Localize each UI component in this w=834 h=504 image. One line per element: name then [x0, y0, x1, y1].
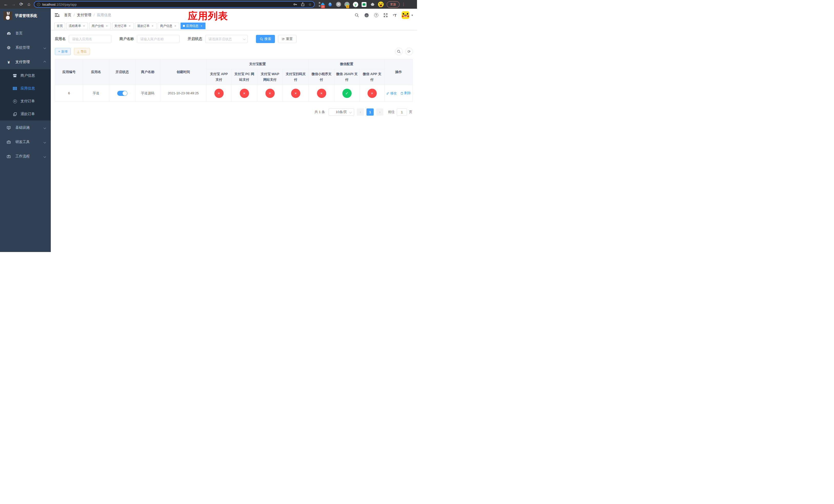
alipay-qr-status-icon: ×: [291, 89, 300, 98]
sidebar-item-home[interactable]: 首页: [0, 26, 51, 41]
sidebar-item-infrastructure[interactable]: 基础设施: [0, 120, 51, 135]
font-size-icon[interactable]: TT: [393, 13, 397, 18]
close-icon[interactable]: ×: [200, 23, 203, 29]
close-icon[interactable]: ×: [105, 23, 109, 29]
refresh-table-button[interactable]: ⟳: [405, 48, 413, 55]
avatar-caret-icon[interactable]: ▾: [411, 14, 413, 17]
cell-created: 2021-10-23 08:49:25: [160, 85, 206, 102]
tab-app-info[interactable]: 应用信息×: [180, 23, 205, 29]
browser-profile-avatar[interactable]: [378, 2, 384, 7]
sidebar-item-label: 工作流程: [15, 154, 30, 159]
chevron-up-icon: [44, 61, 46, 63]
sidebar-item-label: 基础设施: [15, 125, 30, 130]
goto-label: 前往: [388, 110, 395, 114]
chrome-update-button[interactable]: 更新: [387, 1, 399, 8]
chevron-down-icon: [44, 141, 46, 143]
extension-blue-diamond-icon[interactable]: 10: [319, 2, 324, 7]
add-button[interactable]: + 新增: [55, 48, 71, 55]
tab-refund-orders[interactable]: 退款订单×: [135, 23, 156, 29]
sidebar-item-refund-orders[interactable]: 退款订单: [0, 108, 51, 120]
extension-command-icon[interactable]: ⌘: [336, 2, 341, 7]
prev-page-button[interactable]: ‹: [357, 109, 364, 116]
close-icon[interactable]: ×: [82, 23, 86, 29]
plus-icon: +: [58, 50, 60, 53]
page-size-select[interactable]: 10条/页: [329, 109, 354, 116]
app-name-input[interactable]: [69, 35, 111, 43]
tab-home[interactable]: 首页: [54, 23, 65, 29]
search-button[interactable]: 搜索: [256, 35, 275, 43]
edit-link[interactable]: 修改: [386, 91, 397, 96]
sidebar-item-payment[interactable]: ¥ 支付管理: [0, 55, 51, 69]
header-search-icon[interactable]: [355, 13, 359, 18]
app-name-label: 应用名: [55, 37, 66, 41]
tab-merchant-info[interactable]: 商户信息×: [158, 23, 179, 29]
browser-reload-button[interactable]: ⟳: [18, 0, 25, 9]
chevron-down-icon: [44, 46, 46, 49]
extension-gem-icon[interactable]: [327, 2, 333, 7]
tab-user-group[interactable]: 用户分组×: [89, 23, 111, 29]
chevron-down-icon: [44, 155, 46, 158]
sidebar-item-label: 支付订单: [21, 99, 35, 104]
address-bar[interactable]: i localhost:1024/pay/app ☆: [34, 1, 315, 8]
delete-link[interactable]: 删除: [400, 91, 411, 95]
browser-menu-icon[interactable]: ⋮: [402, 2, 405, 7]
close-icon[interactable]: ×: [128, 23, 131, 29]
share-icon[interactable]: [301, 2, 305, 6]
browser-toolbar: ← → ⟳ ⌂ i localhost:1024/pay/app ☆ 10: [0, 0, 417, 9]
sidebar-item-pay-orders[interactable]: ¥ 支付订单: [0, 95, 51, 108]
browser-back-button[interactable]: ←: [2, 0, 10, 9]
sidebar-item-dev-tools[interactable]: 研发工具: [0, 135, 51, 149]
extension-y-icon[interactable]: y: [353, 2, 358, 7]
documents-icon: [12, 112, 18, 116]
extensions-puzzle-icon[interactable]: [370, 2, 375, 7]
sidebar-item-merchant-info[interactable]: 商户信息: [0, 69, 51, 82]
goto-page-input[interactable]: [397, 109, 407, 116]
breadcrumb-home[interactable]: 首页: [64, 13, 71, 18]
col-operations: 操作: [385, 59, 413, 85]
tab-process-form[interactable]: 流程表单×: [66, 23, 88, 29]
export-button[interactable]: ↓ 导出: [74, 48, 90, 55]
wx-jsapi-status-icon: ✓: [343, 89, 352, 98]
browser-forward-button[interactable]: →: [10, 0, 18, 9]
password-key-icon[interactable]: [293, 2, 297, 6]
cell-app-id: 6: [55, 85, 83, 102]
sidebar-item-system[interactable]: 系统管理: [0, 41, 51, 55]
app-logo-row[interactable]: 芋道管理系统: [0, 9, 51, 23]
toggle-search-button[interactable]: [395, 48, 403, 55]
reset-button[interactable]: ⟳ 重置: [278, 35, 297, 43]
pagination: 共 1 条 10条/页 ‹ 1 › 前往 页: [55, 109, 413, 116]
fullscreen-icon[interactable]: [383, 13, 388, 18]
close-icon[interactable]: ×: [151, 23, 154, 29]
url-text: localhost:1024/pay/app: [42, 3, 77, 6]
close-icon[interactable]: ×: [174, 23, 177, 29]
sidebar-collapse-icon[interactable]: [55, 13, 60, 17]
grid-icon: [12, 87, 18, 90]
page-1-button[interactable]: 1: [367, 109, 374, 116]
sidebar-item-app-info[interactable]: 应用信息: [0, 82, 51, 95]
col-alipay-pc: 支付宝 PC 网站支付: [232, 69, 257, 85]
monitor-icon: [6, 126, 12, 130]
extension-recorder-icon[interactable]: 1: [344, 2, 350, 7]
status-toggle[interactable]: [117, 91, 128, 96]
user-avatar[interactable]: [402, 11, 409, 19]
extensions-strip: 10 ⌘ 1 y: [319, 2, 384, 7]
browser-home-button[interactable]: ⌂: [25, 0, 33, 9]
app-title: 芋道管理系统: [15, 13, 37, 18]
breadcrumb-payment[interactable]: 支付管理: [77, 13, 91, 18]
next-page-button[interactable]: ›: [376, 109, 383, 116]
breadcrumb-app-info: 应用信息: [97, 13, 111, 18]
sidebar-item-workflow[interactable]: 工作流程: [0, 149, 51, 164]
gear-icon: [6, 46, 12, 50]
status-select[interactable]: [205, 35, 248, 43]
bookmark-star-icon[interactable]: ☆: [308, 2, 312, 6]
site-info-icon[interactable]: i: [37, 3, 40, 6]
total-count: 共 1 条: [315, 110, 325, 114]
github-icon[interactable]: [364, 13, 369, 18]
sidebar-item-label: 研发工具: [15, 140, 30, 144]
extension-chat-icon[interactable]: [361, 2, 367, 7]
tab-pay-orders[interactable]: 支付订单×: [112, 23, 134, 29]
merchant-name-input[interactable]: [137, 35, 179, 43]
briefcase-icon: [6, 155, 12, 158]
sidebar-item-label: 支付管理: [15, 60, 30, 64]
help-icon[interactable]: ?: [374, 13, 378, 17]
